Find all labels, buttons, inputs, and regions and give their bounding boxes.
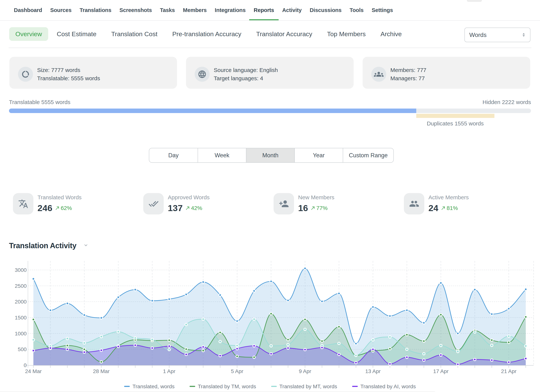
svg-text:28 Mar: 28 Mar xyxy=(93,368,110,374)
svg-text:2000: 2000 xyxy=(15,299,27,305)
svg-text:9 Apr: 9 Apr xyxy=(299,368,311,374)
svg-text:500: 500 xyxy=(18,346,27,352)
svg-text:1000: 1000 xyxy=(15,331,27,337)
svg-text:1 Apr: 1 Apr xyxy=(163,368,175,374)
svg-text:0: 0 xyxy=(24,362,27,368)
svg-text:24 Mar: 24 Mar xyxy=(25,368,42,374)
svg-text:1500: 1500 xyxy=(15,315,27,321)
svg-text:3000: 3000 xyxy=(15,267,27,273)
svg-text:21 Apr: 21 Apr xyxy=(501,368,516,374)
svg-text:2500: 2500 xyxy=(15,283,27,289)
svg-text:17 Apr: 17 Apr xyxy=(433,368,449,374)
svg-text:13 Apr: 13 Apr xyxy=(365,368,381,374)
svg-text:5 Apr: 5 Apr xyxy=(231,368,243,374)
